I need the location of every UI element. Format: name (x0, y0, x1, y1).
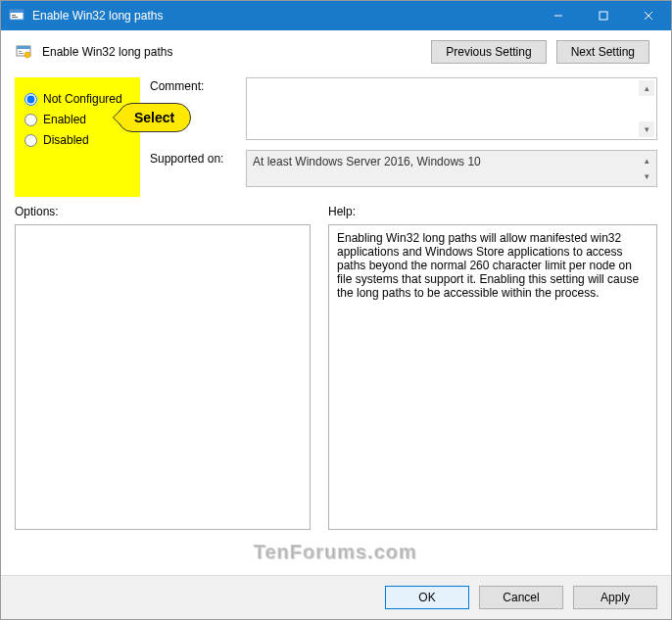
annotation-callout: Select (118, 103, 191, 132)
app-icon (9, 8, 24, 24)
svg-rect-1 (10, 10, 24, 13)
watermark: TenForums.com (254, 542, 417, 564)
titlebar-text: Enable Win32 long paths (32, 9, 536, 23)
svg-rect-10 (19, 51, 22, 52)
radio-disabled-input[interactable] (24, 134, 37, 147)
supported-box: At least Windows Server 2016, Windows 10… (246, 150, 657, 187)
radio-enabled-input[interactable] (24, 114, 37, 126)
cancel-button[interactable]: Cancel (479, 586, 563, 609)
svg-rect-5 (600, 12, 607, 20)
svg-rect-3 (12, 17, 18, 18)
dialog-content: Enable Win32 long paths Previous Setting… (1, 30, 671, 540)
ok-button[interactable]: OK (385, 586, 469, 609)
radio-not-configured[interactable]: Not Configured (24, 92, 130, 106)
radio-label: Enabled (43, 113, 86, 126)
svg-rect-2 (12, 15, 16, 16)
minimize-button[interactable] (536, 1, 581, 30)
help-text: Enabling Win32 long paths will allow man… (337, 231, 639, 300)
maximize-button[interactable] (581, 1, 626, 30)
comment-label: Comment: (150, 77, 238, 93)
footer: OK Cancel Apply (1, 575, 671, 619)
previous-setting-button[interactable]: Previous Setting (431, 40, 546, 64)
radio-label: Not Configured (43, 92, 122, 106)
svg-rect-9 (17, 46, 30, 49)
radio-disabled[interactable]: Disabled (24, 133, 130, 147)
scroll-up-icon[interactable]: ▴ (639, 80, 654, 96)
options-label: Options: (15, 205, 311, 218)
close-button[interactable] (626, 1, 671, 30)
titlebar: Enable Win32 long paths (1, 1, 671, 30)
radio-panel: Not Configured Enabled Disabled Select (15, 77, 140, 197)
svg-point-12 (24, 52, 30, 58)
help-label: Help: (328, 205, 657, 218)
scroll-up-icon[interactable]: ▴ (639, 153, 654, 168)
comment-textarea[interactable]: ▴ ▾ (246, 77, 657, 140)
apply-button[interactable]: Apply (573, 586, 657, 609)
help-box[interactable]: Enabling Win32 long paths will allow man… (328, 224, 657, 530)
supported-label: Supported on: (150, 150, 238, 166)
radio-label: Disabled (43, 133, 89, 147)
options-box[interactable] (15, 224, 311, 530)
radio-not-configured-input[interactable] (24, 93, 37, 106)
supported-value: At least Windows Server 2016, Windows 10 (253, 155, 481, 168)
policy-title: Enable Win32 long paths (42, 45, 172, 59)
scroll-down-icon[interactable]: ▾ (639, 121, 654, 137)
scroll-down-icon[interactable]: ▾ (639, 168, 654, 184)
policy-icon (15, 43, 32, 61)
svg-rect-11 (19, 53, 24, 54)
next-setting-button[interactable]: Next Setting (556, 40, 649, 64)
